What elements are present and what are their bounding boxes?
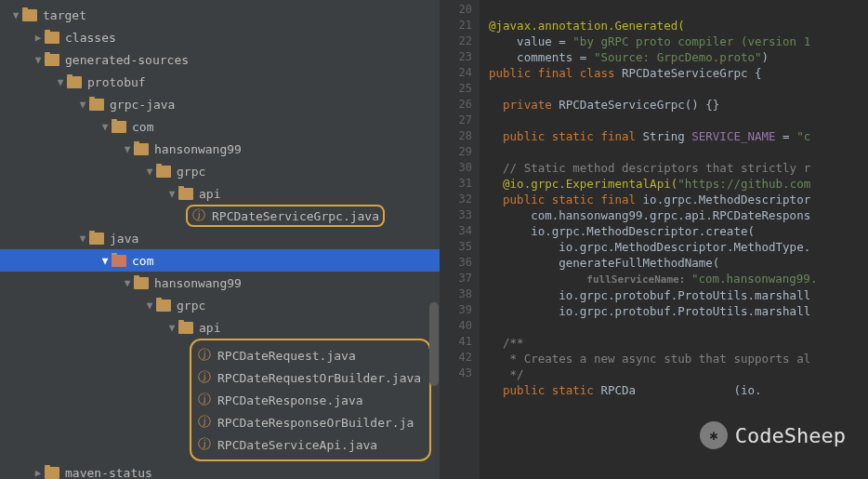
tree-label: protobuf [87, 75, 146, 89]
folder-target[interactable]: target [0, 4, 440, 26]
folder-icon [89, 99, 104, 111]
code-line: value = [517, 34, 572, 48]
java-file-icon [191, 208, 206, 223]
project-tree[interactable]: target classes generated-sources protobu… [0, 0, 440, 479]
folder-grpc-2[interactable]: grpc [0, 294, 440, 316]
wechat-icon: ✱ [700, 421, 728, 449]
code-area[interactable]: @javax.annotation.Generated( value = "by… [480, 0, 868, 479]
folder-com[interactable]: com [0, 115, 440, 138]
folder-icon [45, 32, 59, 44]
folder-icon [22, 9, 37, 21]
folder-java[interactable]: java [0, 227, 440, 249]
file-rpcdateresponseorbuilder[interactable]: RPCDateResponseOrBuilder.ja [197, 411, 424, 433]
tree-label: target [43, 8, 86, 22]
chevron-down-icon [76, 98, 89, 111]
tree-label: hansonwang99 [154, 142, 242, 156]
file-rpcdaterequestorbuilder[interactable]: RPCDateRequestOrBuilder.java [197, 366, 424, 389]
chevron-down-icon [165, 187, 178, 200]
code-line: // Static method descriptors that strict… [503, 161, 810, 175]
code-text: = [776, 129, 797, 143]
line-gutter: 20 21 22 23 24 25 26 27 28 29 30 31 32 3… [441, 0, 480, 479]
code-text: "com.hansonwang99. [691, 272, 817, 286]
tree-label: RPCDateServiceApi.java [217, 438, 377, 452]
folder-hansonwang99[interactable]: hansonwang99 [0, 138, 440, 160]
code-line: comments = [517, 50, 594, 64]
watermark-text: CodeSheep [735, 424, 846, 447]
folder-icon [45, 54, 59, 66]
folder-com-selected[interactable]: com [0, 249, 440, 272]
code-text: ) [762, 50, 769, 64]
folder-grpc[interactable]: grpc [0, 160, 440, 182]
code-text: RPCDateServiceGrpc { [622, 66, 762, 80]
folder-maven-status[interactable]: maven-status [0, 461, 440, 479]
code-line: /** [503, 336, 524, 350]
code-text: RPCDateServiceGrpc() {} [559, 98, 719, 112]
folder-api[interactable]: api [0, 182, 440, 205]
code-line: io.grpc.protobuf.ProtoUtils.marshall [559, 304, 810, 318]
highlighted-files-group: RPCDateRequest.java RPCDateRequestOrBuil… [190, 339, 431, 461]
chevron-down-icon [99, 120, 112, 133]
folder-generated-sources[interactable]: generated-sources [0, 48, 440, 71]
code-text: String [643, 129, 692, 143]
folder-api-2[interactable]: api [0, 316, 440, 339]
code-line: @io.grpc.ExperimentalApi( [503, 177, 677, 191]
java-file-icon [197, 370, 212, 385]
chevron-right-icon [32, 31, 45, 44]
code-text: "https://github.com [677, 177, 810, 191]
code-text: io.grpc.MethodDescriptor [643, 193, 811, 206]
folder-hansonwang99-2[interactable]: hansonwang99 [0, 272, 440, 294]
folder-icon [178, 322, 193, 334]
code-line: @javax.annotation.Generated( [489, 19, 685, 33]
folder-icon [134, 277, 149, 289]
code-text: SERVICE_NAME [691, 129, 775, 143]
code-line: io.grpc.protobuf.ProtoUtils.marshall [559, 288, 810, 302]
folder-classes[interactable]: classes [0, 26, 440, 48]
java-file-icon [197, 393, 212, 407]
code-line: com.hansonwang99.grpc.api.RPCDateRespons [531, 208, 810, 222]
code-line: private [503, 98, 559, 112]
code-text: RPCDa [600, 383, 636, 397]
file-rpcdateservicegrpc[interactable]: RPCDateServiceGrpc.java [0, 205, 440, 227]
chevron-down-icon [143, 299, 156, 312]
folder-icon [67, 76, 82, 88]
code-text: (io. [733, 383, 761, 397]
tree-label: grpc [177, 165, 205, 179]
code-text: "by gRPC proto compiler (version 1 [572, 34, 810, 48]
tree-label: com [132, 254, 153, 268]
tree-label: grpc [177, 299, 205, 313]
java-file-icon [197, 348, 212, 363]
tree-label: grpc-java [110, 98, 175, 112]
code-line: public static [503, 383, 600, 397]
tree-label: api [199, 187, 220, 201]
chevron-down-icon [9, 8, 22, 21]
code-text: "c [796, 129, 810, 143]
folder-protobuf[interactable]: protobuf [0, 71, 440, 93]
tree-label: hansonwang99 [154, 276, 242, 290]
tree-label: RPCDateRequest.java [217, 349, 356, 363]
folder-icon [89, 233, 104, 245]
chevron-right-icon [32, 466, 45, 479]
folder-icon [112, 121, 126, 133]
code-line: io.grpc.MethodDescriptor.create( [531, 224, 755, 238]
file-rpcdaterequest[interactable]: RPCDateRequest.java [197, 344, 424, 366]
folder-icon [178, 188, 193, 200]
folder-icon [134, 143, 149, 155]
code-line: io.grpc.MethodDescriptor.MethodType. [559, 240, 810, 254]
code-line: public static final [503, 129, 643, 143]
code-editor[interactable]: 20 21 22 23 24 25 26 27 28 29 30 31 32 3… [440, 0, 868, 479]
tree-scrollbar[interactable] [429, 302, 439, 386]
tree-label: maven-status [65, 466, 152, 480]
tree-label: RPCDateServiceGrpc.java [212, 209, 379, 223]
java-file-icon [197, 437, 212, 452]
folder-icon [156, 299, 171, 312]
file-rpcdateresponse[interactable]: RPCDateResponse.java [197, 389, 424, 411]
folder-icon [45, 467, 59, 479]
folder-grpc-java[interactable]: grpc-java [0, 93, 440, 115]
tree-label: java [110, 232, 138, 246]
tree-label: RPCDateResponse.java [217, 393, 363, 407]
file-rpcdateserviceapi[interactable]: RPCDateServiceApi.java [197, 433, 424, 456]
tree-label: generated-sources [65, 53, 189, 67]
code-line: generateFullMethodName( [559, 256, 719, 270]
chevron-down-icon [165, 321, 178, 334]
folder-icon [156, 166, 171, 178]
